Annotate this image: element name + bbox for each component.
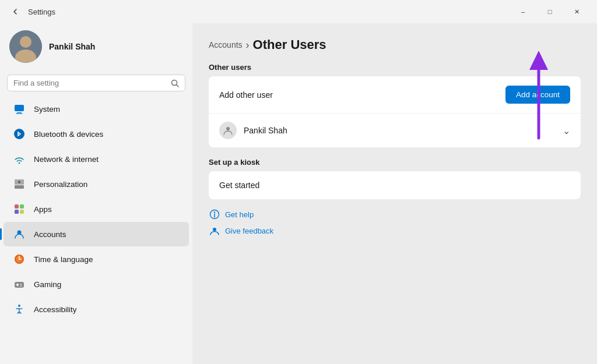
time-icon <box>13 253 26 266</box>
search-icon <box>171 79 179 87</box>
footer-links: Get help Give feedback <box>209 208 581 236</box>
kiosk-card: Get started <box>209 171 581 199</box>
app-title: Settings <box>28 8 510 16</box>
breadcrumb: Accounts › Other Users <box>209 37 581 52</box>
personalization-icon <box>13 178 26 190</box>
search-box[interactable] <box>7 75 185 91</box>
svg-point-5 <box>14 129 24 139</box>
add-user-row: Add other user Add account <box>209 76 581 114</box>
svg-rect-13 <box>20 210 24 214</box>
get-started-row[interactable]: Get started <box>209 171 581 199</box>
add-user-label: Add other user <box>219 90 505 100</box>
sidebar-item-time[interactable]: Time & language <box>3 247 189 271</box>
sidebar-item-gaming[interactable]: Gaming <box>3 272 189 296</box>
svg-rect-11 <box>20 204 24 208</box>
bluetooth-icon <box>13 128 26 140</box>
breadcrumb-parent: Accounts <box>209 40 243 50</box>
window-controls: – □ ✕ <box>510 2 590 21</box>
svg-point-25 <box>226 127 230 130</box>
svg-rect-4 <box>16 114 23 114</box>
feedback-icon <box>209 225 220 236</box>
main-layout: Pankil Shah <box>0 23 597 364</box>
sidebar-item-accessibility[interactable]: Accessibility <box>3 297 189 321</box>
svg-point-9 <box>18 181 20 183</box>
svg-rect-12 <box>15 210 19 214</box>
sidebar-item-bluetooth[interactable]: Bluetooth & devices <box>3 122 189 146</box>
other-users-card: Add other user Add account Pankil Shah ⌄ <box>209 76 581 147</box>
titlebar: Settings – □ ✕ <box>0 0 597 23</box>
sidebar-item-personalization[interactable]: Personalization <box>3 172 189 196</box>
accessibility-icon <box>13 303 26 316</box>
svg-point-31 <box>213 228 216 231</box>
sidebar: Pankil Shah <box>0 23 192 364</box>
svg-rect-10 <box>15 204 19 208</box>
add-account-button[interactable]: Add account <box>505 86 570 104</box>
sidebar-label-gaming: Gaming <box>34 280 61 289</box>
kiosk-section-title: Set up a kiosk <box>209 158 581 167</box>
svg-point-29 <box>214 211 215 213</box>
svg-point-6 <box>19 162 20 164</box>
profile-name: Pankil Shah <box>49 42 95 51</box>
give-feedback-label: Give feedback <box>225 227 273 235</box>
sidebar-label-time: Time & language <box>34 255 93 264</box>
content-area: Accounts › Other Users Other users Add o… <box>192 23 597 364</box>
svg-point-23 <box>20 285 22 287</box>
help-icon <box>209 208 220 220</box>
user-name: Pankil Shah <box>244 126 556 135</box>
svg-point-24 <box>18 305 20 307</box>
svg-rect-7 <box>15 185 24 189</box>
sidebar-item-apps[interactable]: Apps <box>3 197 189 221</box>
get-help-link[interactable]: Get help <box>209 208 581 220</box>
maximize-button[interactable]: □ <box>536 2 563 21</box>
sidebar-label-network: Network & internet <box>34 155 99 164</box>
give-feedback-link[interactable]: Give feedback <box>209 225 581 236</box>
kiosk-section: Set up a kiosk Get started <box>209 158 581 199</box>
get-help-label: Get help <box>225 210 254 219</box>
svg-rect-2 <box>15 105 24 111</box>
network-icon <box>13 153 26 165</box>
user-row[interactable]: Pankil Shah ⌄ <box>209 114 581 147</box>
get-started-label: Get started <box>219 181 259 190</box>
system-icon <box>13 103 26 115</box>
page-title: Other Users <box>253 37 326 52</box>
minimize-button[interactable]: – <box>510 2 536 21</box>
sidebar-item-accounts[interactable]: Accounts <box>3 222 189 246</box>
sidebar-label-personalization: Personalization <box>34 180 87 189</box>
user-profile[interactable]: Pankil Shah <box>0 23 192 72</box>
accounts-icon <box>13 228 26 241</box>
gaming-icon <box>13 278 26 291</box>
other-users-section-title: Other users <box>209 63 581 72</box>
svg-point-22 <box>20 284 22 285</box>
sidebar-label-apps: Apps <box>34 205 52 214</box>
close-button[interactable]: ✕ <box>563 2 590 21</box>
sidebar-label-bluetooth: Bluetooth & devices <box>34 130 103 139</box>
user-avatar-icon <box>219 122 237 139</box>
apps-icon <box>13 203 26 215</box>
nav-items: System Bluetooth & devices <box>0 96 192 359</box>
sidebar-label-accounts: Accounts <box>34 230 66 239</box>
back-button[interactable] <box>7 3 23 20</box>
sidebar-item-network[interactable]: Network & internet <box>3 147 189 171</box>
search-input[interactable] <box>13 79 166 87</box>
sidebar-label-system: System <box>34 105 60 114</box>
sidebar-label-accessibility: Accessibility <box>34 305 77 314</box>
breadcrumb-separator: › <box>246 39 250 51</box>
svg-rect-3 <box>17 112 22 114</box>
sidebar-item-system[interactable]: System <box>3 97 189 121</box>
chevron-down-icon: ⌄ <box>563 125 570 136</box>
svg-line-1 <box>177 84 179 87</box>
avatar <box>9 30 42 63</box>
